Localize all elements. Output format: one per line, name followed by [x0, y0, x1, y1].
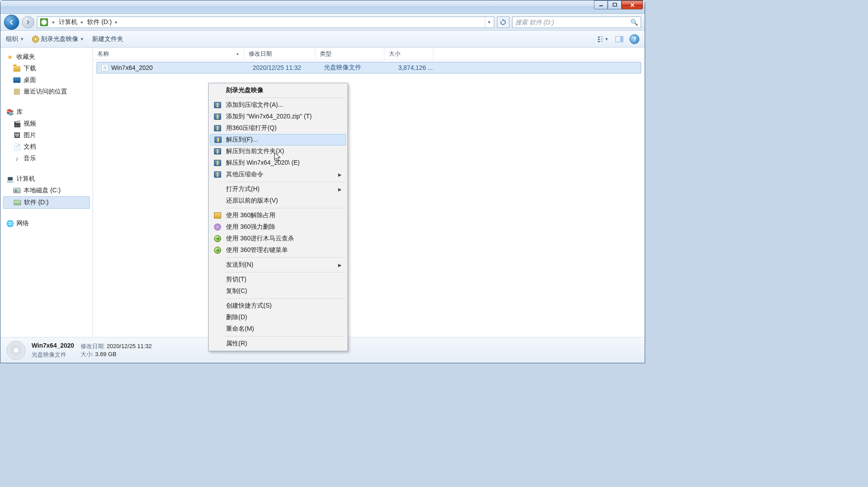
separator	[225, 257, 345, 258]
titlebar	[0, 0, 645, 14]
sidebar-drive-c[interactable]: 本地磁盘 (C:)	[0, 185, 93, 196]
library-icon: 📚	[6, 108, 14, 116]
cm-extract-folder[interactable]: 解压到 Win7x64_2020\ (E)	[210, 157, 346, 169]
cm-send-to[interactable]: 发送到(N)▶	[210, 259, 346, 271]
sidebar-favorites[interactable]: ★收藏夹	[0, 51, 93, 63]
navbar: ▸ 计算机 ▸ 软件 (D:) ▸ ▾ 🔍	[0, 14, 645, 31]
folder-icon	[13, 66, 20, 72]
breadcrumb-current[interactable]: 软件 (D:)	[86, 18, 113, 26]
refresh-button[interactable]	[497, 16, 509, 28]
search-icon[interactable]: 🔍	[630, 19, 638, 26]
picture-icon: 🖼	[13, 131, 21, 139]
new-folder-button[interactable]: 新建文件夹	[92, 35, 123, 43]
sidebar-documents[interactable]: 📄文档	[0, 141, 93, 153]
computer-icon: 💻	[6, 175, 14, 183]
cm-delete[interactable]: 删除(D)	[210, 312, 346, 323]
cm-add-zip[interactable]: 添加到 "Win7x64_2020.zip" (T)	[210, 111, 346, 122]
close-button[interactable]	[622, 0, 643, 9]
toolbar-right: ▼ ?	[598, 34, 639, 44]
maximize-button[interactable]	[608, 0, 622, 9]
submenu-arrow-icon: ▶	[338, 172, 342, 177]
sidebar-pictures[interactable]: 🖼图片	[0, 130, 93, 141]
breadcrumb-dropdown[interactable]: ▾	[485, 17, 493, 28]
cm-360-unlock[interactable]: 使用 360解除占用	[210, 210, 346, 221]
desktop-icon	[13, 77, 20, 83]
svg-rect-3	[601, 37, 603, 37]
sidebar-music[interactable]: ♪音乐	[0, 153, 93, 164]
drive-icon	[14, 200, 21, 205]
cm-extract-to[interactable]: 解压到(F)...	[210, 134, 346, 146]
chevron-right-icon[interactable]: ▸	[113, 19, 120, 25]
svg-rect-7	[601, 41, 603, 41]
sidebar-videos[interactable]: 🎬视频	[0, 118, 93, 130]
archive-icon	[214, 148, 221, 154]
column-name[interactable]: 名称▲	[93, 48, 244, 60]
sidebar-network[interactable]: 🌐网络	[0, 218, 93, 229]
cm-shortcut[interactable]: 创建快捷方式(S)	[210, 300, 346, 312]
music-icon: ♪	[13, 154, 21, 162]
file-list-pane: 名称▲ 修改日期 类型 大小 Win7x64_2020 2020/12/25 1…	[93, 48, 645, 337]
sidebar-downloads[interactable]: 下载	[0, 63, 93, 74]
search-box[interactable]: 🔍	[512, 16, 641, 28]
cm-other-zip[interactable]: 其他压缩命令▶	[210, 169, 346, 180]
chevron-right-icon[interactable]: ▸	[79, 19, 85, 25]
cm-cut[interactable]: 剪切(T)	[210, 274, 346, 285]
cm-restore[interactable]: 还原以前的版本(V)	[210, 195, 346, 207]
toolbar: 组织 ▼ 刻录光盘映像 ▼ 新建文件夹 ▼ ?	[0, 31, 645, 48]
column-date[interactable]: 修改日期	[244, 48, 315, 60]
sidebar-desktop[interactable]: 桌面	[0, 74, 93, 86]
sidebar-computer[interactable]: 💻计算机	[0, 173, 93, 185]
cm-open-360zip[interactable]: 用360压缩打开(Q)	[210, 122, 346, 134]
column-headers: 名称▲ 修改日期 类型 大小	[93, 48, 645, 60]
breadcrumb[interactable]: ▸ 计算机 ▸ 软件 (D:) ▸ ▾	[37, 16, 494, 28]
svg-rect-1	[613, 3, 617, 6]
preview-pane-button[interactable]	[614, 34, 625, 44]
chevron-down-icon: ▼	[80, 37, 84, 41]
forward-button[interactable]	[22, 16, 34, 28]
svg-rect-5	[601, 39, 603, 39]
separator	[225, 336, 345, 337]
organize-menu[interactable]: 组织 ▼	[6, 35, 24, 43]
cm-open-with[interactable]: 打开方式(H)▶	[210, 183, 346, 195]
cm-copy[interactable]: 复制(C)	[210, 285, 346, 297]
column-type[interactable]: 类型	[315, 48, 384, 60]
sidebar-recent[interactable]: 最近访问的位置	[0, 86, 93, 97]
breadcrumb-computer[interactable]: 计算机	[58, 18, 78, 26]
archive-icon	[214, 114, 221, 120]
details-meta: 修改日期: 2020/12/25 11:32 大小: 3.69 GB	[81, 342, 152, 358]
cm-extract-here[interactable]: 解压到当前文件夹(X)	[210, 146, 346, 157]
network-icon: 🌐	[6, 219, 14, 227]
sort-indicator-icon: ▲	[236, 52, 239, 56]
chevron-down-icon: ▼	[605, 37, 609, 41]
separator	[225, 298, 345, 299]
minimize-button[interactable]	[594, 0, 608, 9]
svg-rect-9	[620, 36, 623, 42]
explorer-window: ▸ 计算机 ▸ 软件 (D:) ▸ ▾ 🔍 组织 ▼ 刻录光盘映像 ▼ 新建文件…	[0, 0, 645, 363]
file-size: 3,874,126 ...	[388, 64, 437, 71]
cm-360-forcedel[interactable]: 使用 360强力删除	[210, 221, 346, 233]
cm-rename[interactable]: 重命名(M)	[210, 323, 346, 335]
column-size[interactable]: 大小	[384, 48, 433, 60]
details-name: Win7x64_2020	[32, 342, 74, 349]
cm-360-trojan[interactable]: 使用 360进行木马云查杀	[210, 233, 346, 244]
sidebar-drive-d[interactable]: 软件 (D:)	[3, 196, 90, 209]
chevron-right-icon[interactable]: ▸	[51, 19, 57, 25]
cm-properties[interactable]: 属性(R)	[210, 338, 346, 349]
burn-disc-button[interactable]: 刻录光盘映像 ▼	[32, 35, 84, 43]
back-button[interactable]	[4, 15, 19, 30]
sidebar-libraries[interactable]: 📚库	[0, 106, 93, 118]
separator	[225, 208, 345, 208]
cm-360-menu[interactable]: 使用 360管理右键菜单	[210, 244, 346, 256]
cm-burn[interactable]: 刻录光盘映像	[210, 85, 346, 96]
unlock-icon	[214, 212, 221, 219]
search-input[interactable]	[515, 19, 630, 26]
manage-icon	[214, 247, 221, 254]
svg-rect-2	[598, 37, 600, 38]
window-controls	[594, 0, 643, 9]
help-button[interactable]: ?	[630, 34, 639, 44]
location-icon	[40, 18, 48, 26]
video-icon: 🎬	[13, 120, 21, 128]
view-mode-button[interactable]: ▼	[598, 34, 609, 44]
cm-add-archive[interactable]: 添加到压缩文件(A)...	[210, 99, 346, 111]
file-row[interactable]: Win7x64_2020 2020/12/25 11:32 光盘映像文件 3,8…	[97, 62, 641, 73]
